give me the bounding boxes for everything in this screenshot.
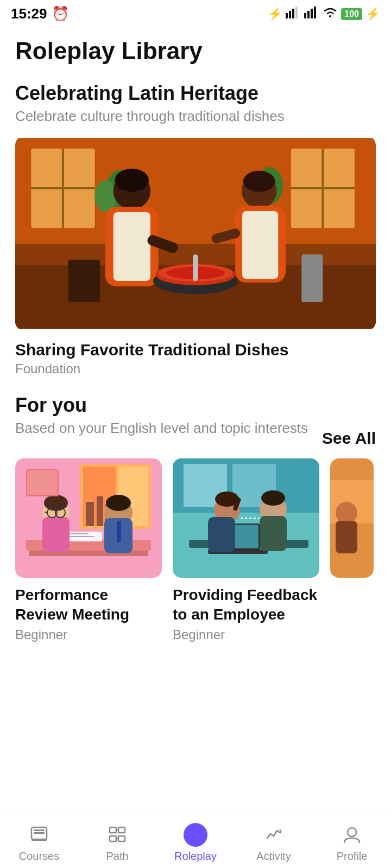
see-all-button[interactable]: See All bbox=[322, 429, 376, 448]
svg-point-79 bbox=[261, 490, 285, 506]
svg-rect-88 bbox=[34, 832, 45, 834]
svg-point-24 bbox=[115, 169, 149, 192]
svg-rect-91 bbox=[110, 836, 116, 841]
path-label: Path bbox=[106, 850, 128, 863]
svg-rect-26 bbox=[113, 212, 150, 281]
svg-rect-45 bbox=[97, 496, 103, 526]
for-you-header: For you Based on your English level and … bbox=[15, 394, 376, 448]
status-left: 15:29 ⏰ bbox=[11, 5, 69, 22]
svg-rect-93 bbox=[118, 836, 125, 841]
signal-icon bbox=[286, 7, 301, 22]
svg-point-84 bbox=[336, 502, 357, 524]
nav-activity[interactable]: Activity bbox=[247, 823, 301, 863]
featured-section-subtitle: Celebrate culture through traditional di… bbox=[15, 108, 376, 125]
svg-rect-90 bbox=[110, 827, 116, 833]
card2-level: Beginner bbox=[173, 627, 319, 642]
roleplay-label: Roleplay bbox=[174, 850, 217, 863]
card2-title: Providing Feedback to an Employee bbox=[173, 585, 319, 625]
nav-courses[interactable]: Courses bbox=[12, 823, 66, 863]
card-performance-review[interactable]: Performance Review Meeting Beginner bbox=[15, 458, 162, 642]
svg-rect-7 bbox=[314, 7, 316, 18]
status-bar: 15:29 ⏰ ⚡ 1 bbox=[0, 0, 391, 27]
path-icon bbox=[105, 823, 129, 847]
svg-rect-4 bbox=[304, 13, 306, 18]
svg-point-102 bbox=[348, 828, 356, 837]
card1-title: Performance Review Meeting bbox=[15, 585, 162, 625]
for-you-subtitle: Based on your English level and topic in… bbox=[15, 420, 308, 437]
wifi-icon bbox=[323, 7, 338, 22]
battery-indicator: 100 bbox=[341, 8, 362, 20]
svg-rect-39 bbox=[301, 254, 323, 302]
svg-rect-3 bbox=[295, 7, 298, 18]
featured-section-title: Celebrating Latin Heritage bbox=[15, 82, 376, 105]
svg-point-100 bbox=[190, 829, 201, 840]
svg-rect-5 bbox=[307, 11, 310, 18]
for-you-title: For you bbox=[15, 394, 308, 417]
roleplay-icon bbox=[184, 823, 207, 847]
featured-card-title: Sharing Favorite Traditional Dishes bbox=[15, 341, 376, 359]
svg-rect-54 bbox=[42, 517, 70, 552]
card-feedback[interactable]: Providing Feedback to an Employee Beginn… bbox=[173, 458, 319, 642]
svg-rect-80 bbox=[260, 516, 287, 551]
svg-rect-31 bbox=[242, 211, 278, 279]
svg-rect-85 bbox=[336, 521, 357, 553]
time: 15:29 bbox=[11, 5, 47, 22]
alarm-icon: ⏰ bbox=[52, 5, 69, 22]
svg-point-59 bbox=[106, 495, 131, 511]
svg-point-29 bbox=[243, 171, 275, 192]
svg-rect-0 bbox=[286, 13, 288, 18]
courses-icon bbox=[27, 823, 51, 847]
card-image-discussing bbox=[330, 458, 374, 578]
svg-rect-63 bbox=[27, 470, 58, 495]
svg-line-57 bbox=[45, 512, 47, 513]
nav-profile[interactable]: Profile bbox=[325, 823, 379, 863]
svg-rect-92 bbox=[118, 827, 125, 833]
svg-rect-44 bbox=[86, 502, 94, 526]
signal2-icon bbox=[304, 7, 319, 22]
nav-roleplay[interactable]: Roleplay bbox=[168, 823, 223, 863]
page-title: Roleplay Library bbox=[15, 37, 376, 65]
svg-rect-89 bbox=[31, 839, 47, 841]
profile-icon bbox=[340, 823, 364, 847]
card1-level: Beginner bbox=[15, 627, 162, 642]
card-image-performance bbox=[15, 458, 162, 578]
status-right: ⚡ 100 ⚡ bbox=[268, 7, 380, 22]
bottom-nav: Courses Path bbox=[0, 814, 391, 868]
nav-path[interactable]: Path bbox=[90, 823, 144, 863]
svg-rect-6 bbox=[311, 9, 313, 18]
activity-label: Activity bbox=[256, 850, 291, 863]
bluetooth-icon: ⚡ bbox=[268, 7, 282, 21]
featured-image[interactable] bbox=[15, 136, 376, 331]
card-image-feedback bbox=[173, 458, 319, 578]
svg-rect-2 bbox=[292, 9, 294, 18]
profile-label: Profile bbox=[337, 850, 368, 863]
svg-point-53 bbox=[44, 495, 68, 511]
svg-rect-61 bbox=[117, 521, 121, 542]
charging-icon: ⚡ bbox=[365, 7, 380, 21]
card-discussing[interactable] bbox=[330, 458, 374, 642]
cards-row: Performance Review Meeting Beginner bbox=[0, 458, 391, 642]
courses-label: Courses bbox=[19, 850, 59, 863]
svg-rect-37 bbox=[193, 254, 198, 281]
svg-rect-1 bbox=[289, 11, 291, 18]
activity-icon bbox=[262, 823, 286, 847]
svg-rect-87 bbox=[34, 829, 45, 831]
svg-rect-38 bbox=[68, 260, 100, 302]
svg-rect-77 bbox=[208, 517, 235, 552]
featured-card-level: Foundation bbox=[15, 361, 376, 376]
